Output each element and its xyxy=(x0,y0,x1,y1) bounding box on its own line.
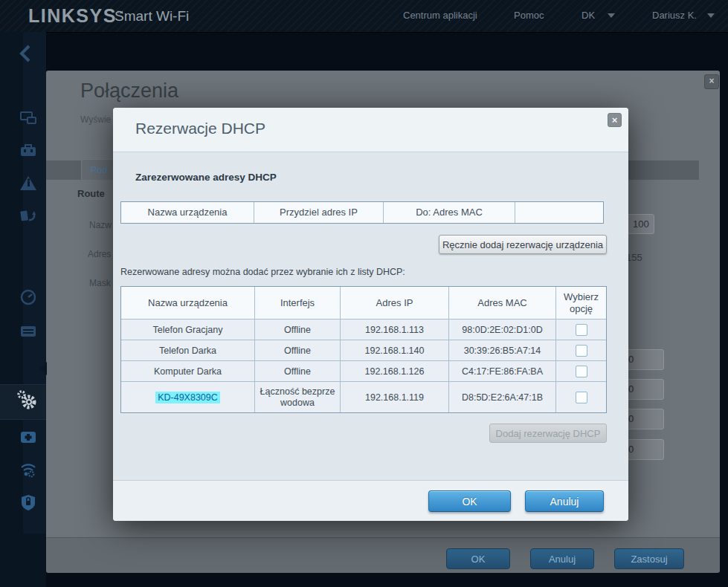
column-header: Do: Adres MAC xyxy=(383,202,515,223)
page-cancel-button[interactable]: Anuluj xyxy=(530,548,594,569)
menu-app-center[interactable]: Centrum aplikacji xyxy=(403,10,477,21)
speed-test-icon[interactable] xyxy=(19,288,38,307)
reserved-addresses-table: Nazwa urządzenia Przydziel adres IP Do: … xyxy=(120,201,604,224)
dhcp-device-table: Nazwa urządzenia Interfejs Adres IP Adre… xyxy=(120,286,607,413)
ip-cell: 192.168.1.113 xyxy=(340,320,448,340)
field-label-clipped: Nazw xyxy=(89,220,112,230)
dns-octet-input[interactable]: 0 xyxy=(622,349,664,370)
chevron-down-icon[interactable] xyxy=(608,13,615,18)
page-footer: OK Anuluj Zastosuj xyxy=(46,537,720,573)
mac-cell: 30:39:26:B5:A7:14 xyxy=(448,340,555,360)
dns-octet-input[interactable]: 0 xyxy=(622,439,664,460)
active-item-pointer xyxy=(39,362,47,375)
highlighted-device-name: KD-49X8309C xyxy=(155,392,220,403)
interface-cell: Łączność bezprzewodowa xyxy=(254,382,340,412)
chevron-down-icon[interactable] xyxy=(707,13,715,18)
empty-header-cell xyxy=(515,202,603,223)
table-row: KD-49X8309C Łączność bezprzewodowa 192.1… xyxy=(121,381,606,412)
page-close-icon[interactable]: × xyxy=(704,74,719,89)
dialog-cancel-button[interactable]: Anuluj xyxy=(525,490,604,512)
router-section-label-clipped: Route xyxy=(77,188,105,199)
top-bar: LINKSYS™ Smart Wi-Fi Centrum aplikacji P… xyxy=(0,0,728,33)
table-row: Telefon Gracjany Offline 192.168.1.113 9… xyxy=(121,319,606,340)
table-row: Komputer Darka Offline 192.168.1.126 C4:… xyxy=(121,360,606,381)
media-prioritization-icon[interactable] xyxy=(19,207,38,226)
column-header: Wybierz opcję xyxy=(555,287,606,319)
dialog-ok-button[interactable]: OK xyxy=(428,490,511,512)
menu-user[interactable]: Dariusz K. xyxy=(652,10,697,21)
column-header: Przydziel adres IP xyxy=(254,202,383,223)
dialog-title: Rezerwacje DHCP xyxy=(135,120,265,137)
back-arrow-icon[interactable] xyxy=(18,43,37,62)
screen: LINKSYS™ Smart Wi-Fi Centrum aplikacji P… xyxy=(0,0,728,587)
column-header: Adres IP xyxy=(340,287,448,319)
page-apply-button[interactable]: Zastosuj xyxy=(614,548,684,569)
device-name-cell: Telefon Gracjany xyxy=(121,320,254,340)
device-name-cell-highlighted: KD-49X8309C xyxy=(121,382,254,412)
ip-range-end-value: 155 xyxy=(626,252,642,263)
device-name-cell: Komputer Darka xyxy=(121,361,254,381)
ip-cell: 192.168.1.126 xyxy=(340,361,448,381)
dns-octet-input[interactable]: 0 xyxy=(622,409,664,429)
dialog-footer: OK Anuluj xyxy=(113,480,628,521)
mac-cell: D8:5D:E2:6A:47:1B xyxy=(448,382,555,412)
field-label-clipped: Adres xyxy=(88,249,111,259)
security-shield-icon[interactable] xyxy=(19,493,38,512)
dialog-close-icon[interactable]: × xyxy=(608,113,622,127)
menu-account-short[interactable]: DK xyxy=(582,10,595,21)
column-header: Adres MAC xyxy=(448,287,555,319)
guest-access-icon[interactable] xyxy=(19,141,38,160)
wireless-icon[interactable] xyxy=(19,460,38,479)
select-checkbox[interactable] xyxy=(576,345,587,357)
reserved-addresses-title: Zarezerwowane adresy DHCP xyxy=(135,172,277,183)
add-dhcp-reservation-button[interactable]: Dodaj rezerwację DHCP xyxy=(489,424,607,443)
select-checkbox[interactable] xyxy=(576,392,587,403)
product-name: Smart Wi-Fi xyxy=(115,8,189,25)
select-checkbox[interactable] xyxy=(576,324,587,336)
connectivity-gears-icon[interactable] xyxy=(16,389,39,412)
interface-cell: Offline xyxy=(254,340,340,360)
sidebar xyxy=(0,32,46,587)
dhcp-max-users-input[interactable]: 100 xyxy=(627,214,654,234)
troubleshooting-icon[interactable] xyxy=(19,427,38,447)
column-header: Nazwa urządzenia xyxy=(121,287,254,319)
dialog-header: Rezerwacje DHCP × xyxy=(113,108,628,152)
network-map-icon[interactable] xyxy=(19,108,38,128)
table-row: Telefon Darka Offline 192.168.1.140 30:3… xyxy=(121,340,606,360)
parental-controls-icon[interactable] xyxy=(19,174,38,193)
external-storage-icon[interactable] xyxy=(19,322,38,341)
mac-cell: C4:17:FE:86:FA:BA xyxy=(448,361,555,381)
interface-cell: Offline xyxy=(254,320,340,340)
menu-help[interactable]: Pomoc xyxy=(514,10,544,21)
tab-basic-clipped[interactable]: Pod xyxy=(81,159,117,180)
column-header: Nazwa urządzenia xyxy=(121,202,254,223)
column-header: Interfejs xyxy=(254,287,340,319)
field-label-clipped: Mask xyxy=(89,278,111,288)
page-title: Połączenia xyxy=(80,80,178,103)
linksys-logo: LINKSYS™ xyxy=(28,5,124,27)
device-name-cell: Telefon Darka xyxy=(121,340,254,360)
sidebar-strip xyxy=(23,32,46,534)
select-checkbox[interactable] xyxy=(576,366,587,377)
mac-cell: 98:0D:2E:02:D1:0D xyxy=(448,320,555,340)
ip-cell: 192.168.1.140 xyxy=(340,340,448,360)
manual-add-reservation-button[interactable]: Ręcznie dodaj rezerwację urządzenia xyxy=(439,235,607,254)
interface-cell: Offline xyxy=(254,361,340,381)
dns-octet-input[interactable]: 0 xyxy=(622,379,664,400)
dhcp-reservations-dialog: Rezerwacje DHCP × Zarezerwowane adresy D… xyxy=(113,108,628,521)
ip-cell: 192.168.1.119 xyxy=(340,382,448,412)
page-subtitle-clipped: Wyświe xyxy=(80,114,111,125)
dhcp-list-hint: Rezerwowane adresy można dodać przez wyb… xyxy=(120,267,405,277)
page-ok-button[interactable]: OK xyxy=(446,548,510,569)
